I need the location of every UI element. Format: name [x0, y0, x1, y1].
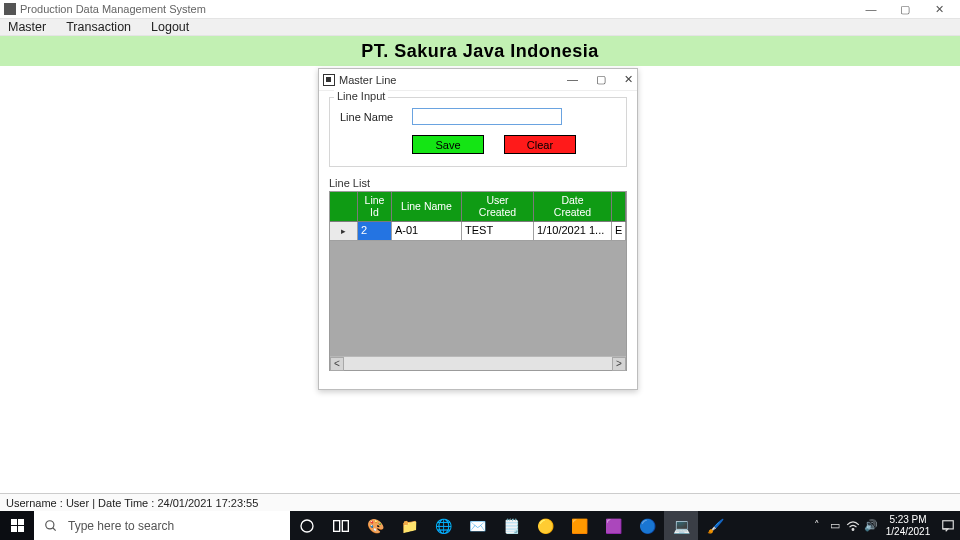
taskbar-clock[interactable]: 5:23 PM 1/24/2021 — [880, 512, 936, 540]
svg-rect-6 — [943, 520, 954, 528]
app-outlook-icon[interactable]: ✉️ — [460, 511, 494, 540]
notification-center-icon[interactable] — [936, 511, 960, 540]
row-indicator-icon — [330, 222, 358, 241]
app-notes-icon[interactable]: 🗒️ — [494, 511, 528, 540]
search-placeholder: Type here to search — [68, 519, 174, 533]
system-tray: ˄ ▭ 🔊 5:23 PM 1/24/2021 — [808, 511, 960, 540]
cell-extra[interactable]: E — [612, 222, 626, 241]
start-button[interactable] — [0, 511, 34, 540]
svg-point-5 — [852, 528, 854, 530]
app-paint2-icon[interactable]: 🖌️ — [698, 511, 732, 540]
app-paint-icon[interactable]: 🎨 — [358, 511, 392, 540]
line-name-input[interactable] — [412, 108, 562, 125]
app-teamviewer-icon[interactable]: 🔵 — [630, 511, 664, 540]
app-xampp-icon[interactable]: 🟧 — [562, 511, 596, 540]
clock-date: 1/24/2021 — [884, 526, 932, 538]
company-name: PT. Sakura Java Indonesia — [361, 41, 599, 62]
mdi-client-area: Master Line — ▢ ✕ Line Input Line Name S… — [0, 66, 960, 493]
child-window-controls: — ▢ ✕ — [567, 73, 633, 86]
svg-line-1 — [53, 527, 56, 530]
child-minimize-button[interactable]: — — [567, 73, 578, 86]
app-current-icon[interactable]: 💻 — [664, 511, 698, 540]
tray-battery-icon[interactable]: ▭ — [826, 511, 844, 540]
col-line-id[interactable]: Line Id — [358, 192, 392, 222]
svg-point-2 — [301, 520, 313, 532]
col-extra[interactable] — [612, 192, 626, 222]
tray-volume-icon[interactable]: 🔊 — [862, 511, 880, 540]
cortana-icon[interactable] — [290, 511, 324, 540]
app-vs-icon[interactable]: 🟪 — [596, 511, 630, 540]
app-edge-icon[interactable]: 🌐 — [426, 511, 460, 540]
child-body: Line Input Line Name Save Clear Line Lis… — [319, 91, 637, 381]
clear-button[interactable]: Clear — [504, 135, 576, 154]
menu-transaction[interactable]: Transaction — [66, 20, 131, 34]
menu-master[interactable]: Master — [8, 20, 46, 34]
main-window: Production Data Management System — ▢ ✕ … — [0, 0, 960, 511]
company-banner: PT. Sakura Java Indonesia — [0, 36, 960, 66]
button-row: Save Clear — [412, 135, 616, 154]
menubar: Master Transaction Logout — [0, 18, 960, 36]
clock-time: 5:23 PM — [884, 514, 932, 526]
svg-rect-4 — [342, 520, 348, 531]
save-button[interactable]: Save — [412, 135, 484, 154]
child-close-button[interactable]: ✕ — [624, 73, 633, 86]
col-date-created[interactable]: Date Created — [534, 192, 612, 222]
grid-header-selector[interactable] — [330, 192, 358, 222]
search-icon — [44, 519, 58, 533]
grid-scrollbar[interactable]: < > — [330, 356, 626, 370]
app-title: Production Data Management System — [20, 3, 206, 15]
cell-date-created[interactable]: 1/10/2021 1... — [534, 222, 612, 241]
taskbar-apps: 🎨 📁 🌐 ✉️ 🗒️ 🟡 🟧 🟪 🔵 💻 🖌️ — [290, 511, 732, 540]
line-list-grid: Line Id Line Name User Created Date Crea… — [329, 191, 627, 371]
taskbar: Type here to search 🎨 📁 🌐 ✉️ 🗒️ 🟡 🟧 🟪 🔵 … — [0, 511, 960, 540]
child-maximize-button[interactable]: ▢ — [596, 73, 606, 86]
child-titlebar[interactable]: Master Line — ▢ ✕ — [319, 69, 637, 91]
cell-user-created[interactable]: TEST — [462, 222, 534, 241]
svg-point-0 — [46, 520, 54, 528]
minimize-button[interactable]: — — [854, 0, 888, 18]
tray-overflow-icon[interactable]: ˄ — [808, 511, 826, 540]
menu-logout[interactable]: Logout — [151, 20, 189, 34]
svg-rect-3 — [334, 520, 340, 531]
taskbar-search[interactable]: Type here to search — [34, 511, 290, 540]
scroll-left-button[interactable]: < — [330, 357, 344, 371]
master-line-window: Master Line — ▢ ✕ Line Input Line Name S… — [318, 68, 638, 390]
statusbar: Username : User | Date Time : 24/01/2021… — [0, 493, 960, 511]
status-text: Username : User | Date Time : 24/01/2021… — [6, 497, 258, 509]
close-button[interactable]: ✕ — [922, 0, 956, 18]
maximize-button[interactable]: ▢ — [888, 0, 922, 18]
line-input-fieldset: Line Input Line Name Save Clear — [329, 97, 627, 167]
grid-header: Line Id Line Name User Created Date Crea… — [330, 192, 626, 222]
child-window-icon — [323, 74, 335, 86]
cell-line-name[interactable]: A-01 — [392, 222, 462, 241]
app-chrome-icon[interactable]: 🟡 — [528, 511, 562, 540]
col-line-name[interactable]: Line Name — [392, 192, 462, 222]
col-user-created[interactable]: User Created — [462, 192, 534, 222]
window-controls: — ▢ ✕ — [854, 0, 956, 18]
task-view-icon[interactable] — [324, 511, 358, 540]
line-name-label: Line Name — [340, 111, 398, 123]
app-icon — [4, 3, 16, 15]
scroll-right-button[interactable]: > — [612, 357, 626, 371]
line-name-row: Line Name — [340, 108, 616, 125]
table-row[interactable]: 2 A-01 TEST 1/10/2021 1... E — [330, 222, 626, 241]
line-list-label: Line List — [329, 177, 627, 189]
cell-line-id[interactable]: 2 — [358, 222, 392, 241]
tray-wifi-icon[interactable] — [844, 511, 862, 540]
child-title-text: Master Line — [339, 74, 396, 86]
app-explorer-icon[interactable]: 📁 — [392, 511, 426, 540]
fieldset-legend: Line Input — [334, 90, 388, 102]
main-titlebar: Production Data Management System — ▢ ✕ — [0, 0, 960, 18]
windows-logo-icon — [11, 519, 24, 532]
